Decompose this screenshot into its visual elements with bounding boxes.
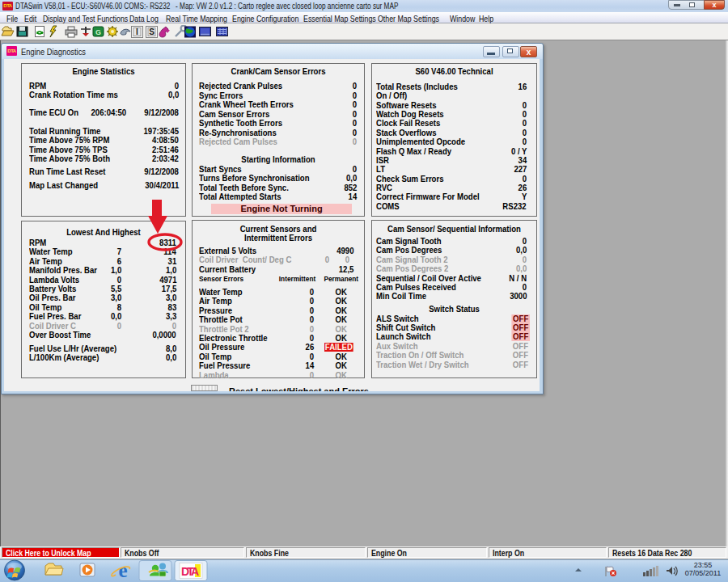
svg-text:23:55: 23:55 — [694, 561, 713, 569]
svg-text:07/05/2011: 07/05/2011 — [685, 569, 721, 577]
svg-text:S: S — [149, 27, 154, 36]
svg-text:G: G — [95, 28, 101, 36]
svg-text:I: I — [136, 27, 138, 36]
svg-text:e: e — [118, 559, 127, 581]
svg-text:DTA: DTA — [181, 565, 199, 578]
